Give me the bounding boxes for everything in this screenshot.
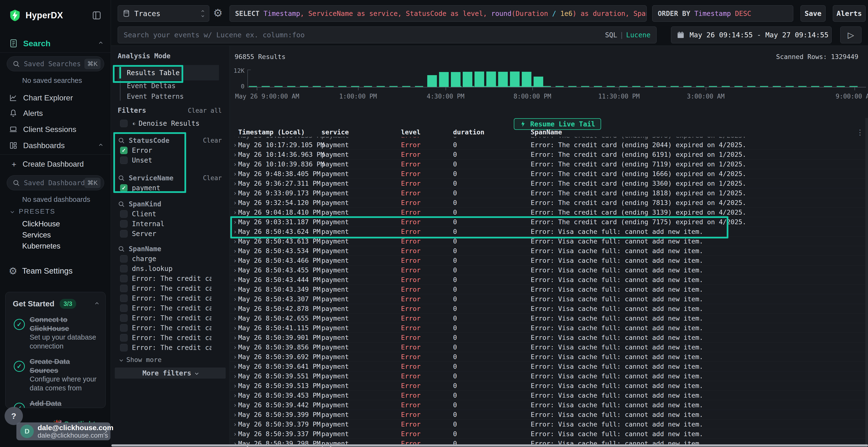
collapse-sidebar-icon[interactable]	[91, 10, 102, 21]
checkbox[interactable]	[120, 285, 128, 292]
checkbox[interactable]	[120, 157, 128, 164]
table-row[interactable]: › May 26 8:50:41.115 PM payment Error 0 …	[230, 323, 868, 333]
table-row[interactable]: › May 26 8:50:39.337 PM payment Error 0 …	[230, 429, 868, 439]
results-histogram[interactable]: 12K 0 May 26 9:00:00 AM1:00:00 PM4:30:00…	[247, 70, 866, 88]
checkbox[interactable]	[120, 230, 128, 238]
vertical-scrollbar[interactable]	[865, 118, 868, 447]
table-row[interactable]: › May 26 9:04:18.410 PM payment Error 0 …	[230, 208, 868, 217]
sidebar-item-alerts[interactable]: Alerts	[0, 107, 111, 119]
expand-row-chevron-icon[interactable]: ›	[230, 247, 238, 254]
filter-option[interactable]: Error: The credit card …	[118, 294, 222, 303]
checkbox[interactable]	[120, 344, 128, 351]
table-row[interactable]: › May 26 10:10:39.836 PM payment Error 0…	[230, 160, 868, 169]
expand-row-chevron-icon[interactable]: ›	[230, 161, 238, 168]
expand-row-chevron-icon[interactable]: ›	[230, 170, 238, 177]
checkbox[interactable]	[120, 120, 128, 127]
checkbox[interactable]	[120, 314, 128, 322]
expand-row-chevron-icon[interactable]: ›	[230, 238, 238, 245]
lucene-toggle[interactable]: Lucene	[626, 31, 651, 39]
get-started-step[interactable]: ✓ Add Data Start sending logs, metrics, …	[13, 399, 98, 408]
expand-row-chevron-icon[interactable]: ›	[230, 151, 238, 158]
expand-row-chevron-icon[interactable]: ›	[230, 373, 238, 380]
table-row[interactable]: › May 26 8:50:43.307 PM payment Error 0 …	[230, 294, 868, 304]
sidebar-item-team-settings[interactable]: ⚙ Team Settings	[0, 265, 111, 277]
expand-row-chevron-icon[interactable]: ›	[230, 199, 238, 206]
table-row[interactable]: › May 26 8:50:43.444 PM payment Error 0 …	[230, 275, 868, 285]
run-search-button[interactable]: ▷	[840, 27, 862, 43]
filter-option[interactable]: dns.lookup	[118, 264, 222, 274]
filter-option[interactable]: charge	[118, 254, 222, 264]
clear-filter-link[interactable]: Clear	[203, 137, 222, 144]
clear-all-link[interactable]: Clear all	[188, 107, 222, 114]
expand-row-chevron-icon[interactable]: ›	[230, 344, 238, 351]
filter-option[interactable]: Internal	[118, 219, 222, 229]
language-toggle[interactable]: SQL|Lucene	[605, 31, 651, 39]
filter-option[interactable]: Server	[118, 229, 222, 239]
checkbox[interactable]	[120, 275, 128, 282]
filter-option[interactable]: Error: The credit card …	[118, 303, 222, 313]
preset-kubernetes[interactable]: Kubernetes	[22, 242, 61, 250]
expand-row-chevron-icon[interactable]: ›	[230, 141, 238, 148]
filter-option[interactable]: Error: The credit card …	[118, 333, 222, 343]
saved-dashboards-input[interactable]: Saved Dashboards ⌘K	[7, 175, 104, 190]
search-icon[interactable]	[118, 137, 125, 144]
table-row[interactable]: › May 26 8:50:39.551 PM payment Error 0 …	[230, 371, 868, 381]
table-row[interactable]: › May 26 8:50:39.453 PM payment Error 0 …	[230, 391, 868, 400]
denoise-results-toggle[interactable]: ◐ Denoise Results	[120, 119, 199, 128]
table-row[interactable]: › May 26 8:50:43.534 PM payment Error 0 …	[230, 246, 868, 256]
saved-searches-input[interactable]: Saved Searches ⌘K	[7, 56, 104, 71]
select-clause-input[interactable]: SELECT Timestamp, ServiceName as service…	[229, 5, 647, 22]
table-row[interactable]: › May 26 8:50:39.641 PM payment Error 0 …	[230, 362, 868, 371]
checkbox[interactable]	[120, 295, 128, 302]
search-icon[interactable]	[118, 245, 125, 252]
create-dashboard-button[interactable]: + Create Dashboard	[0, 159, 111, 170]
checkbox[interactable]	[120, 304, 128, 312]
table-row[interactable]: › May 26 8:50:39.379 PM payment Error 0 …	[230, 419, 868, 429]
filter-option[interactable]: Error: The credit card …	[118, 274, 222, 283]
clear-filter-link[interactable]: Clear	[203, 174, 222, 182]
search-icon[interactable]	[118, 174, 125, 182]
table-row[interactable]: › May 26 8:50:39.442 PM payment Error 0 …	[230, 400, 868, 410]
date-range-picker[interactable]: May 26 09:14:55 - May 27 09:14:55	[671, 27, 832, 43]
table-row[interactable]: › May 26 9:32:54.120 PM payment Error 0 …	[230, 198, 868, 208]
expand-row-chevron-icon[interactable]: ›	[230, 276, 238, 283]
expand-row-chevron-icon[interactable]: ›	[230, 228, 238, 235]
table-row[interactable]: › May 26 8:50:42.655 PM payment Error 0 …	[230, 314, 868, 323]
checkbox[interactable]	[120, 265, 128, 272]
expand-row-chevron-icon[interactable]: ›	[230, 324, 238, 332]
expand-row-chevron-icon[interactable]: ›	[230, 411, 238, 418]
alerts-button[interactable]: Alerts	[833, 5, 866, 22]
table-row[interactable]: › May 26 9:48:38.405 PM payment Error 0 …	[230, 169, 868, 179]
chevron-up-icon[interactable]	[99, 144, 102, 147]
filter-option[interactable]: Unset	[118, 156, 222, 165]
search-icon[interactable]	[118, 200, 125, 208]
order-by-input[interactable]: ORDER BY Timestamp DESC	[652, 5, 793, 22]
expand-row-chevron-icon[interactable]: ›	[230, 180, 238, 187]
expand-row-chevron-icon[interactable]: ›	[230, 286, 238, 293]
filter-option[interactable]: Error: The credit card …	[118, 283, 222, 294]
column-header-level[interactable]: level	[401, 128, 453, 136]
expand-row-chevron-icon[interactable]: ›	[230, 209, 238, 216]
expand-row-chevron-icon[interactable]: ›	[230, 267, 238, 274]
checkbox[interactable]	[120, 255, 128, 263]
preset-clickhouse[interactable]: ClickHouse	[22, 220, 60, 228]
filter-option[interactable]: Error: The credit card …	[118, 343, 222, 353]
show-more-link[interactable]: Show more	[120, 356, 161, 364]
expand-row-chevron-icon[interactable]: ›	[230, 382, 238, 389]
more-filters-button[interactable]: More filters	[115, 368, 226, 379]
checkbox[interactable]	[120, 324, 128, 332]
filter-option[interactable]: payment	[118, 183, 222, 193]
column-header-timestamp[interactable]: Timestamp (Local)	[238, 128, 321, 136]
expand-row-chevron-icon[interactable]: ›	[230, 402, 238, 409]
table-row[interactable]: › May 26 8:50:42.878 PM payment Error 0 …	[230, 304, 868, 314]
chevron-up-icon[interactable]	[99, 42, 102, 45]
column-header-service[interactable]: service	[321, 128, 401, 136]
mode-results-table[interactable]: Results Table	[118, 65, 219, 80]
mode-event-patterns[interactable]: Event Patterns	[118, 91, 219, 102]
checkbox[interactable]	[120, 220, 128, 228]
column-header-duration[interactable]: duration	[453, 128, 531, 136]
filter-option[interactable]: Error: The credit card …	[118, 323, 222, 333]
sidebar-item-dashboards[interactable]: Dashboards	[0, 139, 111, 152]
filter-option[interactable]: Error: The credit card …	[118, 313, 222, 323]
expand-row-chevron-icon[interactable]: ›	[230, 296, 238, 303]
